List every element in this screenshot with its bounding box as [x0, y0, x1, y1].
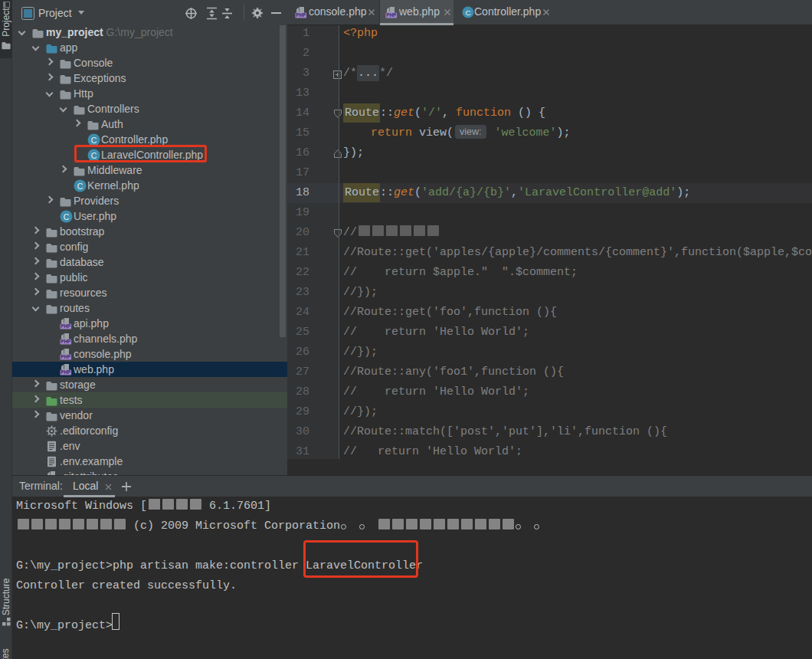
svg-text:C: C [77, 182, 83, 191]
svg-text:C: C [91, 136, 97, 145]
svg-text:PHP: PHP [61, 339, 70, 344]
svg-text:C: C [465, 8, 470, 17]
svg-text:PHP: PHP [61, 369, 70, 375]
svg-text:PHP: PHP [61, 354, 70, 359]
svg-text:C: C [64, 212, 70, 221]
svg-text:PHP: PHP [61, 323, 70, 329]
svg-text:PHP: PHP [296, 12, 306, 18]
svg-text:PHP: PHP [386, 12, 396, 18]
